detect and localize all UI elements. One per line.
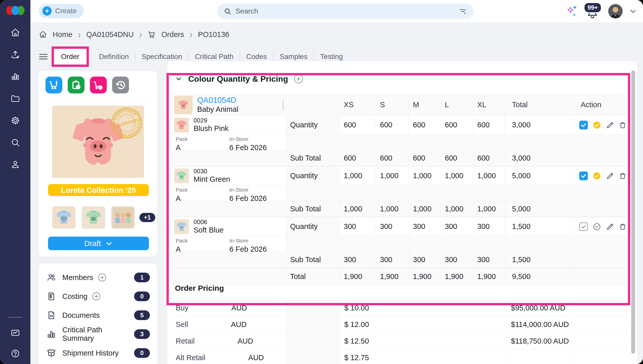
product-code-link[interactable]: QA01054D	[197, 96, 238, 105]
cart-alert-button[interactable]	[45, 77, 62, 93]
history-button[interactable]	[112, 77, 129, 93]
edit-pencil-icon[interactable]	[606, 172, 614, 180]
qty-cell[interactable]: 1,000	[340, 166, 376, 185]
breadcrumb-order-id[interactable]: PO10136	[198, 30, 229, 39]
qty-cell[interactable]: 600	[340, 116, 376, 134]
quantity-label: Quantity	[286, 116, 340, 134]
notifications-button[interactable]: 99+	[584, 2, 602, 20]
pack-row: PackA In-Store6 Feb 2026	[172, 236, 627, 252]
approved-seal-icon[interactable]	[592, 120, 601, 130]
checkbox-unchecked-icon[interactable]	[579, 222, 588, 231]
subtotal-row: Sub Total 600 600 600 600 600 3,000	[172, 150, 627, 166]
tab-testing[interactable]: Testing	[314, 53, 349, 61]
pricing-total: $118,750.00 AUD	[505, 333, 574, 349]
bar-chart-icon[interactable]	[10, 71, 20, 82]
qty-cell[interactable]: 600	[376, 116, 409, 134]
folder-icon[interactable]	[10, 93, 20, 104]
avatar[interactable]	[608, 4, 623, 18]
qty-cell[interactable]: 300	[376, 217, 409, 236]
pricing-total: $114,000.00 AUD	[505, 316, 574, 333]
tab-critical-path[interactable]: Critical Path	[189, 53, 240, 61]
sidebar-item-shipment-history[interactable]: Shipment History 0	[39, 344, 157, 362]
thumbnail-dino-onesie[interactable]	[82, 206, 105, 229]
tab-order[interactable]: Order	[54, 50, 86, 64]
create-button[interactable]: + Create	[39, 4, 84, 18]
tab-codes[interactable]: Codes	[240, 53, 273, 61]
total-label: Total	[286, 268, 340, 285]
help-icon[interactable]	[10, 349, 20, 359]
status-label: Draft	[84, 239, 101, 248]
checkbox-checked-icon[interactable]	[579, 171, 588, 180]
chevron-down-icon[interactable]	[629, 7, 637, 15]
order-detail-panel: Colour Quantity & Pricing QA01054D Baby …	[167, 61, 637, 364]
sidebar-item-costing[interactable]: $ Costing 0	[39, 287, 157, 306]
settings-icon[interactable]	[10, 115, 20, 126]
breadcrumb-project[interactable]: QA01054DNU	[86, 30, 134, 39]
product-photo[interactable]: ADVERTISED ADVERTISED ADVERTISED	[52, 106, 144, 178]
add-costing-button[interactable]	[92, 292, 101, 301]
qty-cell[interactable]: 600	[473, 116, 505, 134]
vertical-scrollbar[interactable]	[631, 70, 635, 354]
tab-specification[interactable]: Specification	[135, 53, 188, 61]
sidebar-item-members[interactable]: Members 1	[39, 268, 157, 287]
checkbox-checked-icon[interactable]	[579, 120, 588, 130]
cart-remove-button[interactable]	[90, 77, 107, 93]
table-header-row: QA01054D Baby Animal XS S M L XL Total A…	[172, 94, 627, 116]
user-icon[interactable]	[10, 159, 20, 169]
thumbnail-elephant-onesie[interactable]	[52, 206, 76, 229]
unapproved-seal-icon[interactable]	[592, 222, 601, 232]
clipboard-add-button[interactable]	[68, 77, 85, 93]
upload-icon[interactable]	[10, 50, 20, 60]
collection-banner[interactable]: Loreta Collection '25	[48, 184, 149, 196]
edit-pencil-icon[interactable]	[606, 121, 614, 129]
app-logo-icon[interactable]	[5, 4, 25, 16]
qty-cell[interactable]: 300	[441, 217, 473, 236]
sidebar-item-critical-path-summary[interactable]: Critical Path Summary 3	[39, 325, 157, 344]
qty-cell[interactable]: 1,000	[376, 166, 409, 185]
thumbnail-babies-photo[interactable]	[111, 206, 135, 229]
instore-label: In-Store	[229, 136, 267, 142]
ai-sparkle-icon[interactable]	[566, 5, 577, 18]
clipboard-add-icon	[71, 80, 81, 90]
order-pricing-title: Order Pricing	[175, 284, 224, 293]
cart-icon	[148, 30, 156, 39]
edit-pencil-icon[interactable]	[606, 222, 614, 231]
filter-icon[interactable]	[458, 7, 467, 15]
qty-cell[interactable]: 600	[441, 116, 473, 134]
home-icon[interactable]	[39, 30, 47, 39]
qty-cell[interactable]: 1,000	[409, 166, 441, 185]
pricing-row-retail: RetailAUD $ 12.50 $118,750.00 AUD	[172, 333, 627, 349]
breadcrumb-orders[interactable]: Orders	[161, 30, 184, 39]
trash-icon[interactable]	[618, 172, 627, 180]
breadcrumb-home[interactable]: Home	[53, 30, 72, 39]
report-icon[interactable]	[10, 328, 20, 338]
column-resize-handle[interactable]	[283, 100, 284, 110]
status-dropdown[interactable]: Draft	[48, 237, 149, 250]
search-icon[interactable]	[10, 137, 20, 148]
approved-seal-icon[interactable]	[592, 171, 601, 181]
currency: AUD	[237, 337, 253, 345]
qty-cell[interactable]: 300	[409, 217, 441, 236]
add-colour-button[interactable]	[294, 74, 303, 84]
unit-price: $ 10.00	[340, 300, 505, 316]
colour-code: 0030	[194, 168, 230, 175]
trash-icon[interactable]	[618, 121, 627, 129]
tab-definition[interactable]: Definition	[93, 53, 135, 61]
documents-count-badge: 5	[134, 310, 150, 320]
home-icon[interactable]	[10, 28, 20, 38]
trash-icon[interactable]	[618, 222, 627, 231]
qty-cell[interactable]: 300	[473, 217, 505, 236]
sidebar-item-documents[interactable]: Documents 5	[39, 306, 157, 325]
tab-samples[interactable]: Samples	[273, 53, 314, 61]
qty-cell[interactable]: 600	[409, 116, 441, 134]
costing-icon: $	[46, 292, 56, 301]
currency: AUD	[231, 320, 246, 329]
menu-icon[interactable]	[39, 53, 48, 60]
add-member-button[interactable]	[98, 273, 106, 282]
more-images-badge[interactable]: +1	[139, 213, 155, 222]
qty-cell[interactable]: 1,000	[441, 166, 473, 185]
qty-cell[interactable]: 300	[340, 217, 376, 236]
qty-cell[interactable]: 1,000	[473, 166, 505, 185]
collapse-chevron-icon[interactable]	[175, 75, 183, 83]
search-input[interactable]: Search	[217, 4, 474, 19]
